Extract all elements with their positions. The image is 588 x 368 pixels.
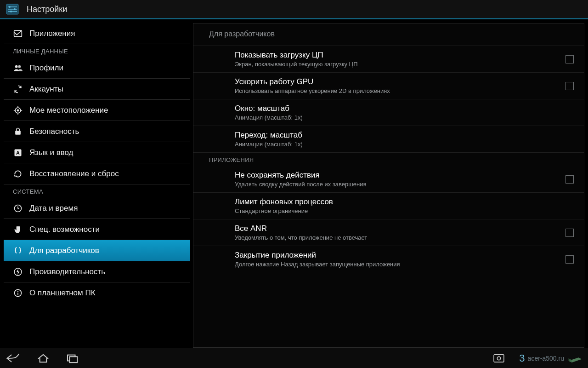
svg-rect-19 [17,293,18,295]
sidebar-list: Приложения ЛИЧНЫЕ ДАННЫЕ Профили Аккаунт… [4,23,190,348]
nav-recent[interactable] [63,351,82,365]
svg-rect-21 [70,356,78,362]
sidebar-item-language[interactable]: A Язык и ввод [4,142,190,163]
setting-title: Все ANR [235,224,561,233]
sidebar-item-label: Производительность [29,267,105,276]
svg-point-10 [17,109,19,111]
svg-point-5 [14,8,16,10]
svg-rect-12 [15,131,21,134]
setting-title: Переход: масштаб [235,131,569,140]
setting-title: Ускорить работу GPU [235,77,561,86]
checkbox[interactable] [565,255,574,264]
sidebar-item-label: Профили [29,63,63,73]
panel-group-apps: ПРИЛОЖЕНИЯ [193,153,584,166]
checkbox[interactable] [565,82,574,90]
clock-icon [13,203,23,213]
sidebar-item-location[interactable]: Мое местоположение [4,100,190,121]
setting-subtitle: Удалять сводку действий после их заверше… [235,181,561,188]
sidebar-item-label: Мое местоположение [29,106,108,115]
setting-bg-process-limit[interactable]: Лимит фоновых процессов Стандартное огра… [193,193,584,219]
setting-transition-scale[interactable]: Переход: масштаб Анимация (масштаб: 1х) [193,126,584,153]
sidebar-item-label: Дата и время [29,204,78,213]
svg-point-9 [18,65,21,68]
nav-back[interactable] [5,351,23,365]
setting-cpu-usage[interactable]: Показывать загрузку ЦП Экран, показывающ… [193,46,584,73]
sidebar-item-backup[interactable]: Восстановление и сброс [4,163,190,184]
setting-title: Показывать загрузку ЦП [235,51,561,60]
sidebar-item-label: Спец. возможности [29,225,100,234]
sidebar-item-label: О планшетном ПК [29,288,96,298]
setting-title: Не сохранять действия [235,171,561,180]
setting-dont-keep-activities[interactable]: Не сохранять действия Удалять сводку дей… [193,166,584,193]
svg-point-8 [15,65,18,68]
watermark: 3 acer-a500.ru [519,352,583,364]
info-icon [13,288,23,298]
setting-title: Закрытие приложений [235,251,561,260]
setting-subtitle: Стандартное ограничение [235,207,569,214]
checkbox[interactable] [565,229,574,237]
svg-point-23 [498,356,501,360]
sidebar-item-label: Аккаунты [29,85,63,94]
sidebar-item-performance[interactable]: Производительность [4,261,190,282]
appbar: Настройки [0,0,588,19]
svg-text:A: A [16,150,20,155]
sidebar-item-developer[interactable]: Для разработчиков [4,240,190,261]
sidebar-section-personal: ЛИЧНЫЕ ДАННЫЕ [4,44,190,58]
sync-icon [13,84,23,94]
setting-force-gpu[interactable]: Ускорить работу GPU Использовать аппарат… [193,73,584,99]
svg-point-18 [17,291,18,292]
apps-icon [13,29,23,39]
setting-subtitle: Экран, показывающий текущую загрузку ЦП [235,61,561,68]
setting-title: Окно: масштаб [235,104,569,113]
sidebar-item-datetime[interactable]: Дата и время [4,198,190,219]
settings-icon [5,2,20,16]
sidebar-item-accounts[interactable]: Аккаунты [4,79,190,100]
sidebar-item-apps[interactable]: Приложения [4,23,190,44]
setting-window-scale[interactable]: Окно: масштаб Анимация (масштаб: 1х) [193,99,584,126]
sidebar-section-system: СИСТЕМА [4,184,190,198]
sidebar-item-accessibility[interactable]: Спец. возможности [4,219,190,240]
svg-point-6 [10,11,12,12]
main-area: Приложения ЛИЧНЫЕ ДАННЫЕ Профили Аккаунт… [0,19,588,348]
hand-icon [13,224,23,235]
sidebar-item-label: Язык и ввод [29,148,74,157]
sidebar-item-label: Восстановление и сброс [29,169,119,178]
svg-rect-22 [494,354,504,362]
sidebar-item-label: Безопасность [29,127,79,136]
panel-body: Показывать загрузку ЦП Экран, показывающ… [193,46,584,347]
sidebar: Приложения ЛИЧНЫЕ ДАННЫЕ Профили Аккаунт… [4,23,190,348]
watermark-text: acer-a500.ru [528,355,564,362]
bolt-icon [13,267,23,277]
setting-title: Лимит фоновых процессов [235,197,569,207]
navbar: 3 acer-a500.ru [0,348,588,368]
nav-home[interactable] [34,351,52,365]
backup-icon [13,169,23,179]
screenshot-icon[interactable] [490,351,508,365]
svg-point-4 [9,6,11,8]
sidebar-item-about[interactable]: О планшетном ПК [4,282,190,304]
detail-panel: Для разработчиков Показывать загрузку ЦП… [193,23,584,348]
setting-subtitle: Использовать аппаратное ускорение 2D в п… [235,87,561,94]
app-title: Настройки [27,5,67,14]
setting-subtitle: Долгое нажатие Назад закрывает запущенны… [235,261,561,268]
lock-icon [13,126,23,137]
braces-icon [13,246,23,256]
setting-all-anr[interactable]: Все ANR Уведомлять о том, что приложение… [193,219,584,246]
setting-subtitle: Уведомлять о том, что приложение не отве… [235,234,561,241]
sidebar-item-label: Для разработчиков [29,246,99,255]
sidebar-item-label: Приложения [29,29,75,38]
setting-subtitle: Анимация (масштаб: 1х) [235,114,569,121]
setting-subtitle: Анимация (масштаб: 1х) [235,141,569,148]
panel-title: Для разработчиков [193,23,584,46]
sidebar-item-profiles[interactable]: Профили [4,58,190,79]
setting-close-apps[interactable]: Закрытие приложений Долгое нажатие Назад… [193,246,584,272]
people-icon [13,63,23,73]
sidebar-item-security[interactable]: Безопасность [4,121,190,142]
tablet-glyph-icon [567,353,583,363]
checkbox[interactable] [565,175,574,184]
watermark-number: 3 [519,352,525,364]
checkbox[interactable] [565,55,574,63]
location-icon [13,105,23,115]
language-icon: A [13,148,23,158]
